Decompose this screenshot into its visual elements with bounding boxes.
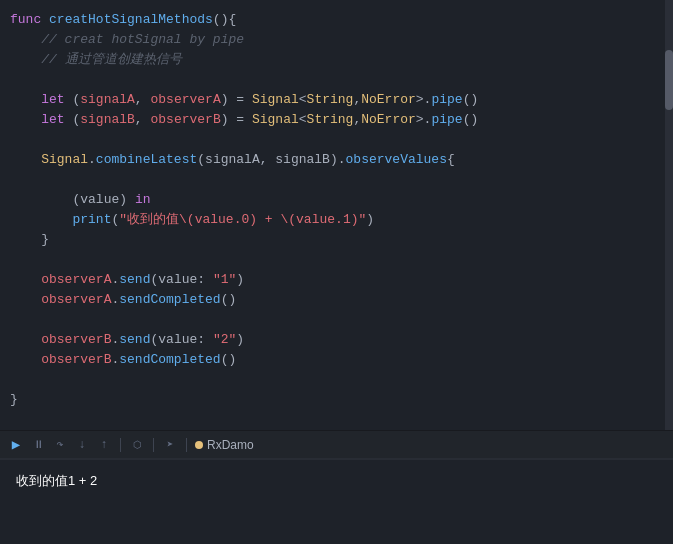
project-name: RxDamo [207,438,254,452]
step-out-button[interactable]: ↑ [96,437,112,453]
code-line: } [0,390,665,410]
toolbar-separator-3 [186,438,187,452]
project-dot [195,441,203,449]
toolbar-separator-1 [120,438,121,452]
code-line [0,370,665,390]
code-line: observerA.send(value: "1") [0,270,665,290]
code-line: let (signalA, observerA) = Signal<String… [0,90,665,110]
editor-area: func creatHotSignalMethods(){ // creat h… [0,0,673,430]
code-line: } [0,230,665,250]
code-line: func creatHotSignalMethods(){ [0,10,665,30]
code-line [0,130,665,150]
code-line: // creat hotSignal by pipe [0,30,665,50]
scrollbar-thumb[interactable] [665,50,673,110]
code-line [0,170,665,190]
step-over-button[interactable]: ↷ [52,437,68,453]
step-into-button[interactable]: ↓ [74,437,90,453]
code-line: Signal.combineLatest(signalA, signalB).o… [0,150,665,170]
location-button[interactable]: ➤ [162,437,178,453]
code-line: (value) in [0,190,665,210]
code-line [0,410,665,430]
code-line [0,70,665,90]
toolbar-separator-2 [153,438,154,452]
output-panel: 收到的值1 + 2 php8.org [0,458,673,544]
toolbar: ▶ ⏸ ↷ ↓ ↑ ⬡ ➤ RxDamo [0,430,673,458]
code-line: print("收到的值\(value.0) + \(value.1)") [0,210,665,230]
output-text: 收到的值1 + 2 [16,472,657,490]
code-line: observerA.sendCompleted() [0,290,665,310]
play-button[interactable]: ▶ [8,437,24,453]
pause-button[interactable]: ⏸ [30,437,46,453]
code-content: func creatHotSignalMethods(){ // creat h… [0,0,665,430]
project-label: RxDamo [195,438,254,452]
code-line: let (signalB, observerB) = Signal<String… [0,110,665,130]
code-line: // 通过管道创建热信号 [0,50,665,70]
code-line: observerB.sendCompleted() [0,350,665,370]
code-line [0,310,665,330]
scrollbar[interactable] [665,0,673,430]
code-line: observerB.send(value: "2") [0,330,665,350]
code-line [0,250,665,270]
breakpoint-button[interactable]: ⬡ [129,437,145,453]
